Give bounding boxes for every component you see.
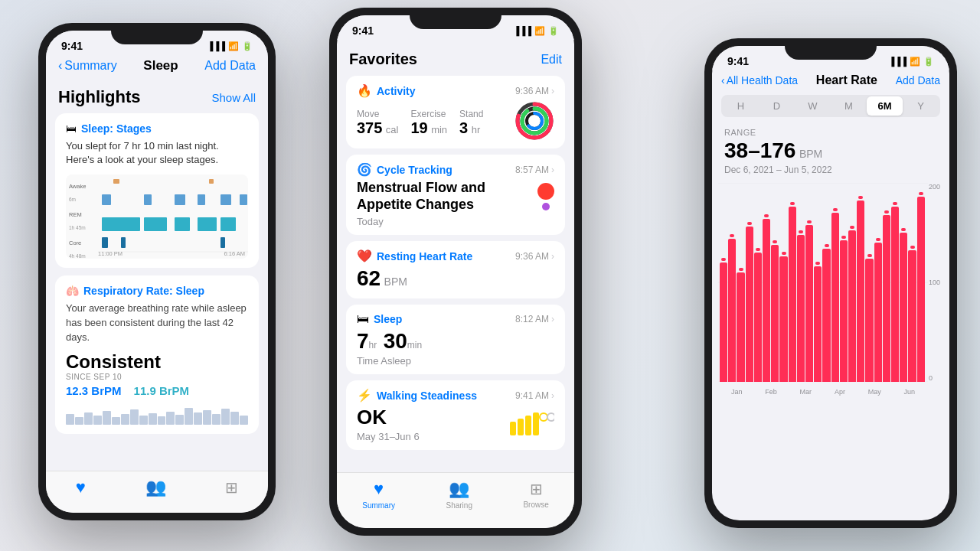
svg-rect-25 — [525, 416, 531, 435]
svg-rect-8 — [102, 217, 140, 231]
heart-rate-card[interactable]: ❤️ Resting Heart Rate 9:36 AM › 62 BPM — [346, 241, 565, 298]
cycle-heading: Menstrual Flow and Appetite Changes — [357, 180, 537, 213]
hr-bar — [754, 253, 762, 382]
tab-browse-left[interactable]: ⊞ — [225, 478, 238, 497]
hr-dot — [739, 268, 743, 271]
tab-Y[interactable]: Y — [903, 96, 939, 116]
hr-bar-group — [891, 183, 899, 382]
spark-bar — [230, 412, 239, 425]
hr-bar-group — [737, 183, 744, 382]
tab-D[interactable]: D — [759, 96, 795, 116]
hr-bar — [908, 250, 916, 382]
browse-icon-middle: ⊞ — [530, 480, 543, 498]
phone-middle-screen: 9:41 ▐▐▐ 📶 🔋 Favorites Edit 🔥 Activity 9… — [337, 15, 574, 528]
back-button-right[interactable]: ‹ All Health Data — [721, 74, 798, 86]
spark-bar — [149, 413, 157, 425]
spark-bar — [66, 414, 74, 425]
move-val: 375 — [357, 119, 382, 136]
hr-bar — [771, 245, 779, 382]
spark-bar — [158, 416, 166, 425]
spark-bar — [185, 408, 193, 425]
consistent-label: Consistent — [66, 351, 248, 373]
svg-rect-2 — [102, 194, 111, 205]
since-label: SINCE SEP 10 — [66, 373, 248, 381]
tab-M[interactable]: M — [831, 96, 867, 116]
cycle-tracking-card[interactable]: 🌀 Cycle Tracking 8:57 AM › Menstrual Flo… — [346, 155, 565, 235]
tab-W[interactable]: W — [795, 96, 831, 116]
range-label: RANGE — [724, 128, 937, 137]
hr-bar-group — [805, 183, 813, 382]
hr-bar-group — [720, 183, 727, 382]
phone-left-screen: 9:41 ▐▐▐ 📶 🔋 ‹ Summary Sleep Add Data Hi… — [46, 31, 268, 513]
hr-bar — [891, 207, 899, 382]
stand-val: 3 — [459, 119, 468, 136]
heart-chevron: › — [551, 251, 554, 262]
hr-dot — [747, 222, 752, 225]
heart-rate-value-row: 62 BPM — [357, 266, 554, 291]
sleep-value-row: 7hr 30min — [357, 329, 554, 354]
tab-H[interactable]: H — [723, 96, 759, 116]
respiratory-card[interactable]: 🫁 Respiratory Rate: Sleep Your average b… — [55, 276, 259, 434]
walking-icon: ⚡ — [357, 388, 372, 403]
tab-summary-middle[interactable]: ♥ Summary — [362, 479, 395, 510]
back-button-left[interactable]: ‹ Summary — [58, 59, 117, 73]
spark-bar — [175, 415, 184, 425]
hr-bar — [900, 233, 907, 382]
tab-sharing-middle[interactable]: 👥 Sharing — [446, 479, 472, 510]
move-unit: cal — [386, 124, 399, 135]
hr-bar — [883, 215, 890, 382]
hr-dot — [876, 238, 880, 241]
battery-icon-left: 🔋 — [242, 41, 253, 51]
summary-tab-label: Summary — [362, 501, 395, 510]
rem-label: REM1h 45m — [69, 209, 86, 234]
tab-sharing-left[interactable]: 👥 — [145, 478, 166, 497]
tab-6M[interactable]: 6M — [867, 96, 903, 116]
stand-metric: Stand 3 hr — [459, 109, 483, 137]
hr-bar-group — [883, 183, 890, 382]
add-data-button-left[interactable]: Add Data — [204, 59, 256, 73]
edit-button[interactable]: Edit — [541, 53, 562, 67]
sleep-card[interactable]: 🛏 Sleep 8:12 AM › 7hr 30min Time Asleep — [346, 305, 565, 374]
exercise-metric: Exercise 19 min — [410, 109, 447, 137]
hr-bar — [789, 207, 796, 382]
sleep-stages-card[interactable]: 🛏 Sleep: Stages You slept for 7 hr 10 mi… — [55, 113, 259, 268]
hr-bar-group — [900, 183, 907, 382]
svg-rect-13 — [102, 237, 108, 248]
x-label-jun: Jun — [904, 388, 916, 396]
sleep-time-labels: 11:00 PM 6:16 AM — [98, 250, 245, 257]
svg-rect-15 — [220, 237, 225, 248]
signal-icon-left: ▐▐▐ — [207, 41, 225, 51]
respiratory-text: Your average breathing rate while asleep… — [66, 302, 248, 345]
hr-bar-group — [848, 183, 856, 382]
card-header-resp: 🫁 Respiratory Rate: Sleep — [66, 285, 248, 297]
activity-metrics: Move 375 cal Exercise 19 min Stand 3 hr — [357, 109, 495, 137]
metric-val-1: 12.3 BrPM — [66, 384, 122, 397]
activity-card-header: 🔥 Activity 9:36 AM › — [357, 83, 554, 98]
activity-card[interactable]: 🔥 Activity 9:36 AM › Move 375 cal Exer — [346, 76, 565, 148]
core-label: Core4h 48m — [69, 237, 86, 259]
phone-middle: 9:41 ▐▐▐ 📶 🔋 Favorites Edit 🔥 Activity 9… — [329, 8, 582, 536]
tab-summary-left[interactable]: ♥ — [76, 478, 86, 497]
spark-bar — [139, 416, 148, 425]
status-icons-right: ▐▐▐ 📶 🔋 — [889, 57, 934, 67]
heart-tab-icon: ♥ — [76, 478, 86, 497]
favorites-title: Favorites — [349, 51, 417, 68]
spark-bar — [121, 414, 129, 425]
stand-label: Stand — [459, 109, 483, 119]
svg-rect-12 — [220, 217, 236, 231]
spark-bar — [93, 416, 102, 425]
walking-steadiness-card[interactable]: ⚡ Walking Steadiness 9:41 AM › OK May 31… — [346, 380, 565, 450]
hr-dot — [790, 202, 795, 205]
hr-bar — [848, 230, 856, 382]
phone-right-screen: 9:41 ▐▐▐ 📶 🔋 ‹ All Health Data Heart Rat… — [712, 46, 949, 520]
show-all-button[interactable]: Show All — [211, 91, 256, 104]
summary-tab-icon: ♥ — [374, 479, 384, 499]
add-data-button-right[interactable]: Add Data — [896, 74, 940, 86]
tab-browse-middle[interactable]: ⊞ Browse — [523, 480, 548, 509]
sleep-icon: 🛏 — [357, 312, 369, 326]
x-label-apr: Apr — [835, 388, 845, 396]
tab-bar-left: ♥ 👥 ⊞ — [46, 471, 268, 513]
svg-rect-3 — [144, 194, 152, 205]
cycle-chevron: › — [551, 165, 554, 175]
heart-rate-left: ❤️ Resting Heart Rate — [357, 249, 472, 263]
